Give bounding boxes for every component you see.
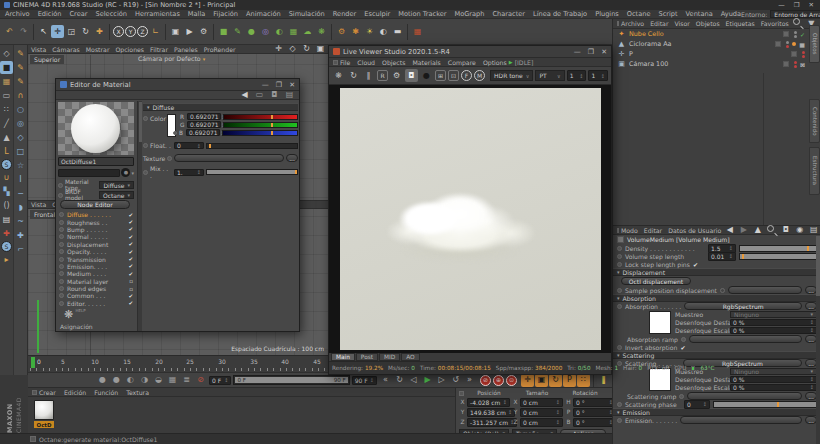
spline-pen-icon[interactable]: ✎: [14, 47, 27, 60]
anim-port[interactable]: [58, 183, 63, 188]
sky-icon[interactable]: ◐: [377, 25, 390, 38]
channel-check[interactable]: ✔: [128, 293, 133, 299]
channel-check[interactable]: ✔: [128, 212, 133, 218]
camera-selector[interactable]: Cámara por Defecto▾: [138, 55, 205, 62]
material-name-field[interactable]: OctDiffuse1: [58, 157, 134, 166]
texture-more-button[interactable]: ...: [286, 154, 298, 162]
channel-label[interactable]: Editor. . . . . .: [67, 300, 105, 307]
object-row-p[interactable]: ✛ P: [613, 49, 809, 59]
history-icon[interactable]: ◉: [793, 224, 806, 237]
muestreo-dropdown[interactable]: Ninguno▾: [730, 311, 817, 318]
size-x-field[interactable]: 0 cm↕: [520, 398, 563, 407]
channel-port[interactable]: [59, 293, 64, 298]
render-view-icon[interactable]: ▣: [169, 25, 182, 38]
move-icon[interactable]: ✛: [51, 25, 64, 38]
channel-label[interactable]: Common . . .: [67, 292, 105, 299]
undo-icon[interactable]: ↶: [3, 25, 16, 38]
maximize-button[interactable]: ❐: [588, 48, 594, 56]
om-menu-item-3[interactable]: Objetos: [696, 20, 720, 27]
circle-spline-icon[interactable]: ○: [14, 103, 27, 116]
channel-check[interactable]: ✔: [128, 300, 133, 306]
view-label[interactable]: Superior: [30, 55, 64, 64]
viewport-menu-item-2[interactable]: Mostrar: [86, 46, 110, 53]
simulation-icon[interactable]: ☁: [301, 25, 314, 38]
line-spline-icon[interactable]: −: [14, 187, 27, 200]
arc-spline-icon[interactable]: ◗: [14, 201, 27, 214]
record-rotation-icon[interactable]: ◐: [124, 374, 137, 387]
link-port[interactable]: [681, 337, 686, 342]
channel-port[interactable]: [59, 264, 64, 269]
channel-port[interactable]: [59, 212, 64, 217]
record-scale-icon[interactable]: ●: [110, 374, 123, 387]
key-parameter-icon[interactable]: P: [563, 374, 576, 387]
menu-item-18[interactable]: Ventana: [686, 10, 713, 18]
emission-link-field[interactable]: [680, 416, 802, 424]
anim-port[interactable]: [617, 246, 622, 251]
menu-item-7[interactable]: Animación: [246, 10, 281, 18]
end-frame-field[interactable]: 90 F↕: [352, 376, 377, 385]
materials-menu-item-0[interactable]: Crear: [39, 389, 56, 396]
anim-port[interactable]: [143, 116, 148, 121]
loop-icon[interactable]: ↻: [393, 374, 406, 387]
anim-port[interactable]: [617, 288, 622, 293]
spline-arc-icon[interactable]: ∩: [14, 89, 27, 102]
lock-icon[interactable]: ◘: [268, 89, 281, 102]
channel-port[interactable]: [59, 286, 64, 291]
absorption-section-header[interactable]: Absorption: [613, 294, 820, 302]
menu-item-11[interactable]: Motion Tracker: [398, 10, 446, 18]
anim-port[interactable]: [617, 262, 622, 267]
object-name[interactable]: P: [629, 50, 633, 58]
autokey-icon[interactable]: ⊕: [493, 375, 504, 386]
float-field[interactable]: 0↕: [174, 142, 204, 149]
channel-port[interactable]: [59, 234, 64, 239]
key-pla-icon[interactable]: ∷: [577, 374, 590, 387]
mix-slider[interactable]: [206, 169, 298, 175]
add-field-icon[interactable]: ◐: [273, 25, 286, 38]
pos-y-field[interactable]: 149.638 cm↕: [467, 408, 515, 417]
nav-forward-icon[interactable]: ▶: [737, 224, 750, 237]
mix-field[interactable]: 1.↕: [174, 169, 204, 176]
sample-link-field[interactable]: [728, 286, 802, 294]
object-row-camara[interactable]: ▣ Cámara 100 ⊠: [613, 59, 809, 69]
panel-checkbox-icon[interactable]: [32, 390, 37, 395]
materials-menu-item-1[interactable]: Edición: [64, 389, 86, 396]
minimize-button[interactable]: —: [262, 81, 269, 89]
magnet-icon[interactable]: ∪: [0, 171, 13, 184]
emission-section-header[interactable]: Emission: [613, 408, 820, 416]
layout-icon[interactable]: ▤: [283, 89, 296, 102]
attr-menu-item-2[interactable]: Datos de Usuario: [668, 227, 721, 234]
focus-picker-icon[interactable]: F: [461, 70, 472, 81]
floor-icon[interactable]: ▬: [391, 25, 404, 38]
channel-check[interactable]: ✔: [128, 256, 133, 262]
channel-label[interactable]: Displacement: [67, 241, 108, 248]
pos-x-field[interactable]: -4.028 cm↕: [467, 398, 510, 407]
anim-port[interactable]: [617, 345, 622, 350]
tonemap-dropdown[interactable]: HDR tone∨: [490, 70, 533, 81]
menu-item-17[interactable]: Script: [658, 10, 677, 18]
lv-menu-item-2[interactable]: Objects: [382, 59, 405, 66]
redo-icon[interactable]: ↷: [17, 25, 30, 38]
node-editor-button[interactable]: Node Editor: [60, 200, 130, 209]
lock-resolution-icon[interactable]: ◘: [405, 69, 418, 82]
add-region-icon[interactable]: ⊞: [435, 70, 446, 81]
edges-mode-icon[interactable]: ╱: [0, 117, 13, 130]
s-escala-field[interactable]: 0 %↕: [730, 384, 817, 391]
res-scale-field[interactable]: 1↕: [567, 70, 587, 81]
channel-port[interactable]: [59, 257, 64, 262]
editor-visibility-dot[interactable]: [786, 41, 789, 44]
prev-key-icon[interactable]: ◁: [407, 374, 420, 387]
live-viewer-titlebar[interactable]: Live Viewer Studio 2020.1.5-R4 — ❐ ✕: [329, 46, 611, 58]
minimize-button[interactable]: —: [778, 1, 785, 9]
preview-menu-arrow-icon[interactable]: ▾: [131, 170, 134, 176]
link-port[interactable]: [720, 288, 725, 293]
maximize-button[interactable]: ❐: [794, 1, 800, 9]
timeline-range-slider[interactable]: 0 F 90 F: [233, 375, 349, 385]
link-port[interactable]: [167, 156, 172, 161]
record-position-icon[interactable]: ●: [96, 374, 109, 387]
no-key-icon[interactable]: ⊘: [194, 374, 207, 387]
channel-check[interactable]: ▫: [129, 286, 133, 292]
toggle-view-icon[interactable]: ▣: [314, 43, 327, 56]
menu-item-9[interactable]: Render: [333, 10, 356, 18]
menu-item-5[interactable]: Malla: [188, 10, 205, 18]
camera-target-icon[interactable]: ⊠: [800, 61, 805, 68]
